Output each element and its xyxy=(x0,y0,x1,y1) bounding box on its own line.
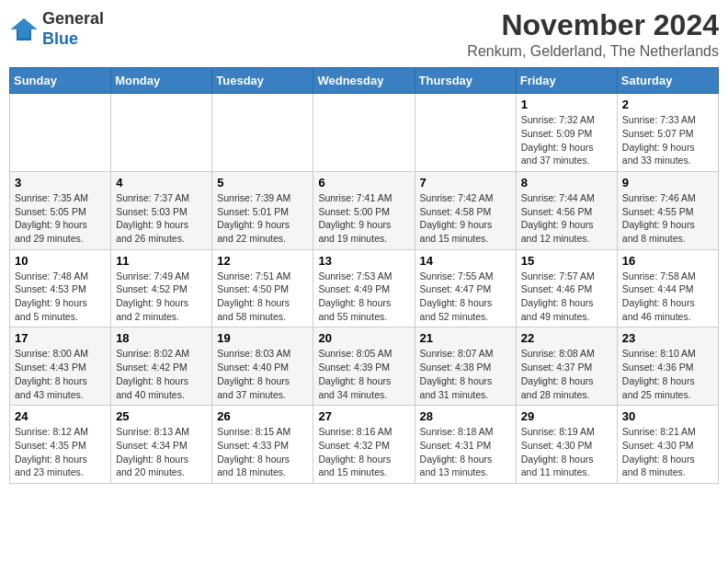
day-info: Sunrise: 8:02 AMSunset: 4:42 PMDaylight:… xyxy=(116,347,207,401)
day-number: 5 xyxy=(217,176,308,190)
calendar-cell: 20Sunrise: 8:05 AMSunset: 4:39 PMDayligh… xyxy=(313,327,415,406)
day-number: 21 xyxy=(420,331,511,345)
calendar-cell: 25Sunrise: 8:13 AMSunset: 4:34 PMDayligh… xyxy=(111,406,212,484)
day-number: 17 xyxy=(15,331,106,345)
calendar-cell: 1Sunrise: 7:32 AMSunset: 5:09 PMDaylight… xyxy=(516,94,617,172)
day-number: 26 xyxy=(217,409,308,423)
day-info: Sunrise: 8:16 AMSunset: 4:32 PMDaylight:… xyxy=(318,425,409,479)
logo-blue: Blue xyxy=(42,29,78,48)
calendar-cell: 18Sunrise: 8:02 AMSunset: 4:42 PMDayligh… xyxy=(111,327,212,406)
day-info: Sunrise: 8:21 AMSunset: 4:30 PMDaylight:… xyxy=(622,425,713,479)
calendar-cell: 16Sunrise: 7:58 AMSunset: 4:44 PMDayligh… xyxy=(617,249,718,327)
weekday-header-sunday: Sunday xyxy=(10,68,111,94)
calendar-cell: 14Sunrise: 7:55 AMSunset: 4:47 PMDayligh… xyxy=(415,249,516,327)
calendar-cell xyxy=(415,94,516,172)
day-number: 1 xyxy=(521,98,612,111)
day-info: Sunrise: 7:41 AMSunset: 5:00 PMDaylight:… xyxy=(318,191,409,246)
day-number: 11 xyxy=(116,254,207,268)
calendar-cell: 28Sunrise: 8:18 AMSunset: 4:31 PMDayligh… xyxy=(415,406,516,484)
calendar-cell: 17Sunrise: 8:00 AMSunset: 4:43 PMDayligh… xyxy=(10,327,111,406)
calendar-cell xyxy=(212,94,313,172)
calendar-cell: 10Sunrise: 7:48 AMSunset: 4:53 PMDayligh… xyxy=(10,249,111,327)
weekday-header-friday: Friday xyxy=(516,68,617,94)
day-info: Sunrise: 8:03 AMSunset: 4:40 PMDaylight:… xyxy=(217,347,308,401)
weekday-header-saturday: Saturday xyxy=(617,68,718,94)
calendar-cell: 9Sunrise: 7:46 AMSunset: 4:55 PMDaylight… xyxy=(617,171,718,249)
day-number: 10 xyxy=(15,254,106,268)
day-number: 25 xyxy=(116,409,207,423)
calendar-cell: 29Sunrise: 8:19 AMSunset: 4:30 PMDayligh… xyxy=(516,406,617,484)
day-number: 22 xyxy=(521,331,612,345)
calendar-cell: 27Sunrise: 8:16 AMSunset: 4:32 PMDayligh… xyxy=(313,406,415,484)
calendar-cell: 12Sunrise: 7:51 AMSunset: 4:50 PMDayligh… xyxy=(212,249,313,327)
header: General Blue November 2024 Renkum, Gelde… xyxy=(9,9,719,60)
day-info: Sunrise: 7:55 AMSunset: 4:47 PMDaylight:… xyxy=(420,270,511,324)
calendar-cell: 11Sunrise: 7:49 AMSunset: 4:52 PMDayligh… xyxy=(111,249,212,327)
calendar-cell: 21Sunrise: 8:07 AMSunset: 4:38 PMDayligh… xyxy=(415,327,516,406)
day-info: Sunrise: 7:58 AMSunset: 4:44 PMDaylight:… xyxy=(622,270,713,324)
calendar-week-row: 10Sunrise: 7:48 AMSunset: 4:53 PMDayligh… xyxy=(10,249,719,327)
calendar-cell: 24Sunrise: 8:12 AMSunset: 4:35 PMDayligh… xyxy=(10,406,111,484)
location-subtitle: Renkum, Gelderland, The Netherlands xyxy=(467,43,719,60)
day-info: Sunrise: 8:00 AMSunset: 4:43 PMDaylight:… xyxy=(15,347,106,401)
day-number: 4 xyxy=(116,176,207,190)
logo-icon xyxy=(9,15,39,44)
day-number: 8 xyxy=(521,176,612,190)
day-number: 19 xyxy=(217,331,308,345)
day-info: Sunrise: 7:35 AMSunset: 5:05 PMDaylight:… xyxy=(15,191,106,246)
day-number: 13 xyxy=(318,254,409,268)
title-section: November 2024 Renkum, Gelderland, The Ne… xyxy=(467,9,719,60)
calendar-cell: 22Sunrise: 8:08 AMSunset: 4:37 PMDayligh… xyxy=(516,327,617,406)
day-number: 2 xyxy=(622,98,713,111)
calendar-week-row: 24Sunrise: 8:12 AMSunset: 4:35 PMDayligh… xyxy=(10,406,719,484)
calendar-cell: 5Sunrise: 7:39 AMSunset: 5:01 PMDaylight… xyxy=(212,171,313,249)
calendar-cell: 19Sunrise: 8:03 AMSunset: 4:40 PMDayligh… xyxy=(212,327,313,406)
day-info: Sunrise: 7:33 AMSunset: 5:07 PMDaylight:… xyxy=(622,113,713,167)
day-number: 12 xyxy=(217,254,308,268)
calendar-cell: 4Sunrise: 7:37 AMSunset: 5:03 PMDaylight… xyxy=(111,171,212,249)
calendar: SundayMondayTuesdayWednesdayThursdayFrid… xyxy=(9,67,719,484)
day-number: 24 xyxy=(15,409,106,423)
calendar-cell: 30Sunrise: 8:21 AMSunset: 4:30 PMDayligh… xyxy=(617,406,718,484)
calendar-cell: 2Sunrise: 7:33 AMSunset: 5:07 PMDaylight… xyxy=(617,94,718,172)
month-title: November 2024 xyxy=(467,9,719,41)
weekday-header-monday: Monday xyxy=(111,68,212,94)
day-info: Sunrise: 7:49 AMSunset: 4:52 PMDaylight:… xyxy=(116,270,207,324)
calendar-week-row: 3Sunrise: 7:35 AMSunset: 5:05 PMDaylight… xyxy=(10,171,719,249)
day-number: 9 xyxy=(622,176,713,190)
day-info: Sunrise: 8:19 AMSunset: 4:30 PMDaylight:… xyxy=(521,425,612,479)
day-info: Sunrise: 8:10 AMSunset: 4:36 PMDaylight:… xyxy=(622,347,713,401)
day-number: 27 xyxy=(318,409,409,423)
day-number: 29 xyxy=(521,409,612,423)
calendar-week-row: 1Sunrise: 7:32 AMSunset: 5:09 PMDaylight… xyxy=(10,94,719,172)
day-info: Sunrise: 7:32 AMSunset: 5:09 PMDaylight:… xyxy=(521,113,612,167)
day-info: Sunrise: 7:37 AMSunset: 5:03 PMDaylight:… xyxy=(116,191,207,246)
day-number: 16 xyxy=(622,254,713,268)
day-info: Sunrise: 7:42 AMSunset: 4:58 PMDaylight:… xyxy=(420,191,511,246)
day-number: 15 xyxy=(521,254,612,268)
day-info: Sunrise: 7:51 AMSunset: 4:50 PMDaylight:… xyxy=(217,270,308,324)
weekday-header-tuesday: Tuesday xyxy=(212,68,313,94)
day-info: Sunrise: 8:05 AMSunset: 4:39 PMDaylight:… xyxy=(318,347,409,401)
day-number: 3 xyxy=(15,176,106,190)
logo: General Blue xyxy=(9,9,104,49)
logo-general: General xyxy=(42,9,104,28)
day-number: 18 xyxy=(116,331,207,345)
calendar-cell: 23Sunrise: 8:10 AMSunset: 4:36 PMDayligh… xyxy=(617,327,718,406)
day-info: Sunrise: 7:46 AMSunset: 4:55 PMDaylight:… xyxy=(622,191,713,246)
calendar-cell: 3Sunrise: 7:35 AMSunset: 5:05 PMDaylight… xyxy=(10,171,111,249)
day-info: Sunrise: 7:39 AMSunset: 5:01 PMDaylight:… xyxy=(217,191,308,246)
day-info: Sunrise: 8:08 AMSunset: 4:37 PMDaylight:… xyxy=(521,347,612,401)
calendar-cell: 6Sunrise: 7:41 AMSunset: 5:00 PMDaylight… xyxy=(313,171,415,249)
svg-marker-1 xyxy=(11,18,38,39)
calendar-cell: 15Sunrise: 7:57 AMSunset: 4:46 PMDayligh… xyxy=(516,249,617,327)
weekday-header-row: SundayMondayTuesdayWednesdayThursdayFrid… xyxy=(10,68,719,94)
day-info: Sunrise: 7:44 AMSunset: 4:56 PMDaylight:… xyxy=(521,191,612,246)
calendar-cell: 26Sunrise: 8:15 AMSunset: 4:33 PMDayligh… xyxy=(212,406,313,484)
day-info: Sunrise: 7:57 AMSunset: 4:46 PMDaylight:… xyxy=(521,270,612,324)
calendar-cell: 7Sunrise: 7:42 AMSunset: 4:58 PMDaylight… xyxy=(415,171,516,249)
day-info: Sunrise: 8:15 AMSunset: 4:33 PMDaylight:… xyxy=(217,425,308,479)
day-info: Sunrise: 8:07 AMSunset: 4:38 PMDaylight:… xyxy=(420,347,511,401)
day-info: Sunrise: 7:53 AMSunset: 4:49 PMDaylight:… xyxy=(318,270,409,324)
day-number: 14 xyxy=(420,254,511,268)
